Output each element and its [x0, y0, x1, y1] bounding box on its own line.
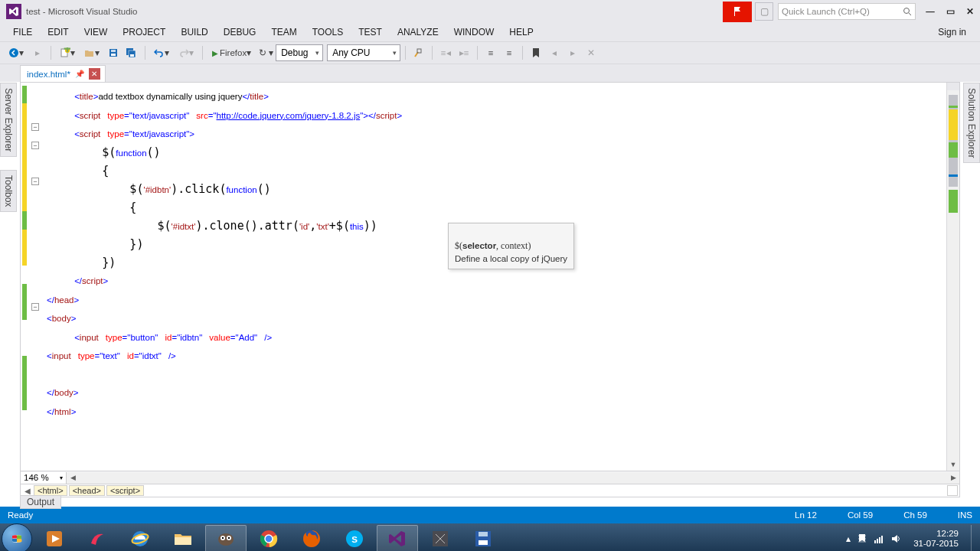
bm-prev-icon[interactable]: ◂: [546, 44, 563, 61]
tray-action-center-icon[interactable]: [857, 533, 867, 544]
breadcrumb-head[interactable]: <head>: [69, 485, 105, 496]
open-button[interactable]: ▾: [80, 44, 103, 61]
refresh-button[interactable]: ↻ ▾: [257, 44, 274, 61]
breadcrumb-arrow-icon[interactable]: ◀: [23, 487, 32, 495]
menu-file[interactable]: FILE: [6, 24, 39, 40]
fold-icon[interactable]: −: [31, 178, 39, 185]
quick-launch-input[interactable]: Quick Launch (Ctrl+Q): [778, 3, 916, 20]
menu-debug[interactable]: DEBUG: [217, 24, 263, 40]
status-ins: INS: [958, 510, 972, 520]
start-button[interactable]: [2, 523, 32, 551]
svg-point-0: [904, 8, 910, 14]
taskbar-chrome-icon[interactable]: [248, 525, 289, 551]
title-bar: test - Microsoft Visual Studio ▢ Quick L…: [0, 0, 980, 23]
menu-view[interactable]: VIEW: [77, 24, 115, 40]
vertical-scrollbar[interactable]: ▲ ▼: [946, 83, 959, 471]
output-panel-tab[interactable]: Output: [20, 496, 960, 508]
tray-up-icon[interactable]: ▴: [846, 533, 851, 544]
sign-in-link[interactable]: Sign in: [938, 27, 966, 37]
start-debug-label: Firefox: [220, 48, 247, 57]
main-toolbar: ▾ ▸ ✚▾ ▾ ▾ ▾ ▶Firefox ▾ ↻ ▾ Debug Any CP…: [0, 41, 980, 64]
menu-help[interactable]: HELP: [502, 24, 540, 40]
svg-line-1: [909, 13, 911, 15]
svg-rect-36: [879, 537, 880, 543]
taskbar-explorer-icon[interactable]: [162, 525, 204, 551]
solution-explorer-tab[interactable]: Solution Explorer: [963, 83, 980, 163]
taskbar-visualstudio-icon[interactable]: [377, 525, 418, 551]
menu-window[interactable]: WINDOW: [447, 24, 501, 40]
fold-icon[interactable]: −: [31, 123, 39, 131]
redo-button[interactable]: ▾: [175, 44, 198, 61]
breadcrumb-html[interactable]: <html>: [34, 485, 67, 496]
show-desktop-button[interactable]: [971, 525, 977, 551]
feedback-icon[interactable]: ▢: [755, 2, 773, 21]
tray-volume-icon[interactable]: [890, 533, 901, 544]
pin-icon[interactable]: 📌: [75, 70, 84, 78]
svg-point-22: [222, 537, 224, 539]
svg-rect-11: [130, 54, 134, 57]
taskbar-firefox-icon[interactable]: [291, 525, 332, 551]
nav-back-button[interactable]: ▾: [5, 44, 28, 61]
platform-dropdown[interactable]: Any CPU: [327, 44, 400, 61]
menu-edit[interactable]: EDIT: [41, 24, 75, 40]
minimize-button[interactable]: —: [920, 3, 940, 20]
tray-time: 12:29: [913, 529, 959, 539]
svg-point-23: [228, 537, 230, 539]
breadcrumb-script[interactable]: <script>: [106, 485, 144, 496]
new-item-button[interactable]: ✚▾: [56, 44, 79, 61]
bookmark-icon[interactable]: [528, 44, 544, 61]
system-tray[interactable]: ▴ 12:29 31-07-2015: [846, 525, 980, 551]
taskbar-gimp-icon[interactable]: [205, 525, 247, 551]
save-button[interactable]: [105, 44, 122, 61]
fold-icon[interactable]: −: [31, 303, 39, 311]
code-editor[interactable]: − − − − <title>add textbox dynamically u…: [20, 82, 960, 471]
main-area: index.html* 📌 ✕ Server Explorer Toolbox …: [0, 64, 980, 507]
status-ch: Ch 59: [903, 510, 927, 520]
indent-less-icon[interactable]: ≡◂: [437, 44, 454, 61]
save-all-button[interactable]: [123, 44, 140, 61]
notifications-flag-icon[interactable]: [723, 2, 752, 22]
search-icon: [903, 7, 912, 16]
file-tab[interactable]: index.html* 📌 ✕: [20, 65, 106, 82]
taskbar-app-icon[interactable]: [77, 525, 118, 551]
taskbar-skype-icon[interactable]: S: [334, 525, 375, 551]
tray-network-icon[interactable]: [874, 533, 884, 544]
close-button[interactable]: ✕: [960, 3, 980, 20]
bm-clear-icon[interactable]: ✕: [583, 44, 599, 61]
config-dropdown[interactable]: Debug: [276, 44, 323, 61]
bm-next-icon[interactable]: ▸: [564, 44, 581, 61]
comment-icon[interactable]: ≡: [482, 44, 499, 61]
svg-text:S: S: [351, 535, 358, 544]
menu-tools[interactable]: TOOLS: [305, 24, 350, 40]
tray-clock[interactable]: 12:29 31-07-2015: [907, 529, 965, 549]
menu-project[interactable]: PROJECT: [116, 24, 172, 40]
fold-icon[interactable]: −: [31, 142, 39, 149]
toolbox-tab[interactable]: Toolbox: [0, 170, 17, 212]
tab-close-icon[interactable]: ✕: [89, 68, 100, 80]
menu-analyze[interactable]: ANALYZE: [390, 24, 446, 40]
menu-test[interactable]: TEST: [351, 24, 389, 40]
code-content[interactable]: <title>add textbox dynamically using jqu…: [42, 83, 959, 471]
nav-fwd-button[interactable]: ▸: [29, 44, 46, 61]
zoom-dropdown[interactable]: 146 %▾: [21, 472, 67, 484]
taskbar-tools-icon[interactable]: [420, 525, 461, 551]
indent-more-icon[interactable]: ▸≡: [456, 44, 472, 61]
svg-rect-7: [111, 54, 116, 56]
svg-rect-8: [111, 50, 116, 52]
scroll-thumb[interactable]: [949, 95, 958, 187]
uncomment-icon[interactable]: ≡: [501, 44, 518, 61]
taskbar-save-icon[interactable]: [462, 525, 504, 551]
server-explorer-tab[interactable]: Server Explorer: [0, 83, 17, 157]
menu-build[interactable]: BUILD: [174, 24, 214, 40]
maximize-button[interactable]: ▭: [940, 3, 960, 20]
scroll-down-icon[interactable]: ▼: [947, 458, 959, 471]
undo-button[interactable]: ▾: [150, 44, 173, 61]
start-debug-button[interactable]: ▶Firefox ▾: [207, 44, 256, 61]
taskbar-ie-icon[interactable]: [119, 525, 161, 551]
find-icon[interactable]: [410, 44, 427, 61]
menu-team[interactable]: TEAM: [264, 24, 303, 40]
svg-rect-33: [479, 532, 488, 536]
breadcrumb-end-icon[interactable]: [947, 485, 958, 496]
horizontal-scrollbar[interactable]: ◀ ▶: [67, 472, 959, 484]
taskbar-mediaplayer-icon[interactable]: [34, 525, 75, 551]
